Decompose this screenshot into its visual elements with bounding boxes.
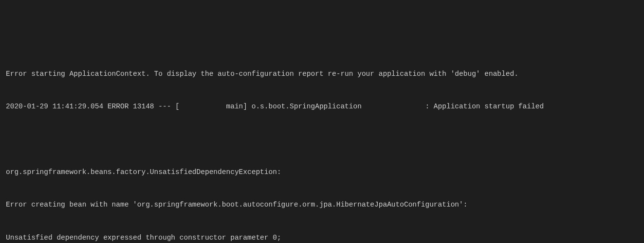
blank-line	[6, 134, 638, 145]
log-line: 2020-01-29 11:41:29.054 ERROR 13148 --- …	[6, 101, 638, 112]
log-line: Error starting ApplicationContext. To di…	[6, 69, 638, 79]
log-line: Error creating bean with name 'org.sprin…	[6, 199, 638, 210]
log-line: Unsatisfied dependency expressed through…	[6, 232, 638, 243]
console-output[interactable]: Error starting ApplicationContext. To di…	[6, 47, 638, 243]
log-line: org.springframework.beans.factory.Unsati…	[6, 167, 638, 177]
